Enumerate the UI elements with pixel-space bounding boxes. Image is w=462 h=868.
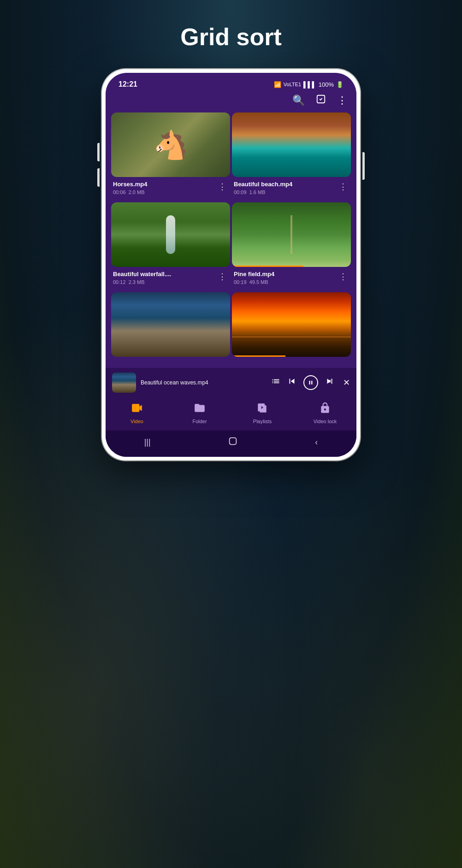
nav-label-playlists: Playlists [253,419,272,424]
status-bar: 12:21 📶 VoLTE1 ▌▌▌ 100% 🔋 [106,73,356,92]
video-info: Beautiful waterfall.... 00:12 2.3 MB ⋮ [111,267,230,290]
battery-text: 100% [319,81,334,88]
video-details: 00:06 2.0 MB [113,189,216,195]
power-button[interactable] [362,152,365,180]
prev-track-icon[interactable] [287,376,297,389]
volume-up-button[interactable] [97,143,100,161]
recents-nav-icon[interactable]: ||| [144,437,151,447]
video-thumbnail[interactable] [111,292,230,357]
video-details: 00:19 49.5 MB [234,279,337,285]
video-name: Pine field.mp4 [234,271,337,278]
video-meta: Horses.mp4 00:06 2.0 MB [113,181,216,195]
nav-label-folder: Folder [192,419,207,424]
video-thumbnail[interactable] [111,112,230,177]
video-thumbnail[interactable] [232,202,351,267]
signal-text: VoLTE1 [284,82,301,87]
video-more-icon[interactable]: ⋮ [216,181,228,193]
folder-nav-icon [194,402,206,417]
list-item: Horses.mp4 00:06 2.0 MB ⋮ [111,112,230,201]
nav-item-folder[interactable]: Folder [186,402,213,424]
nav-item-video-lock[interactable]: Video lock [311,402,339,424]
action-bar: 🔍 ⋮ [106,92,356,112]
video-details: 00:09 1.6 MB [234,189,337,195]
video-meta: Pine field.mp4 00:19 49.5 MB [234,271,337,285]
playlist-queue-icon[interactable] [271,377,280,388]
nav-item-playlists[interactable]: Playlists [249,402,276,424]
video-more-icon[interactable]: ⋮ [337,271,349,283]
list-item [111,292,230,366]
now-playing-controls: ✕ [271,375,350,390]
list-item: Beautiful waterfall.... 00:12 2.3 MB ⋮ [111,202,230,290]
video-more-icon[interactable]: ⋮ [216,271,228,283]
video-progress-bar [232,355,285,357]
back-nav-icon[interactable]: ‹ [315,437,318,447]
playlists-nav-icon [256,402,268,417]
video-info: Horses.mp4 00:06 2.0 MB ⋮ [111,177,230,201]
check-select-icon[interactable] [316,94,326,107]
video-thumbnail[interactable] [111,202,230,267]
lock-nav-icon [319,402,331,417]
home-nav-icon[interactable] [228,436,238,449]
bottom-nav: Video Folder Playlists [106,397,356,431]
status-icons: 📶 VoLTE1 ▌▌▌ 100% 🔋 [274,81,344,88]
video-name: Beautiful waterfall.... [113,271,216,278]
video-grid: Horses.mp4 00:06 2.0 MB ⋮ Beautiful beac… [106,112,356,366]
close-icon[interactable]: ✕ [343,378,350,388]
battery-icon: 🔋 [336,81,344,88]
video-name: Beautiful beach.mp4 [234,181,337,189]
page-title: Grid sort [180,23,282,51]
video-thumbnail[interactable] [232,112,351,177]
pause-button[interactable] [303,375,318,390]
video-more-icon[interactable]: ⋮ [337,181,349,193]
nav-label-video: Video [130,419,143,424]
video-details: 00:12 2.3 MB [113,279,216,285]
signal-bars-icon: ▌▌▌ [303,81,316,88]
video-progress-bar [232,266,303,267]
now-playing-thumbnail [112,372,136,393]
phone-screen: 12:21 📶 VoLTE1 ▌▌▌ 100% 🔋 🔍 ⋮ [106,73,356,457]
system-nav-bar: ||| ‹ [106,431,356,457]
video-info: Pine field.mp4 00:19 49.5 MB ⋮ [232,267,351,290]
now-playing-bar: Beautiful ocean waves.mp4 [106,368,356,397]
video-name: Horses.mp4 [113,181,216,189]
now-playing-title: Beautiful ocean waves.mp4 [141,379,267,386]
nav-item-video[interactable]: Video [123,402,151,424]
search-icon[interactable]: 🔍 [292,94,305,106]
volume-down-button[interactable] [97,168,100,187]
video-thumbnail[interactable] [232,292,351,357]
list-item: Beautiful beach.mp4 00:09 1.6 MB ⋮ [232,112,351,201]
video-meta: Beautiful waterfall.... 00:12 2.3 MB [113,271,216,285]
status-time: 12:21 [118,80,137,89]
wifi-icon: 📶 [274,81,281,88]
next-track-icon[interactable] [325,376,335,389]
nav-label-video-lock: Video lock [314,419,337,424]
list-item: Pine field.mp4 00:19 49.5 MB ⋮ [232,202,351,290]
more-options-icon[interactable]: ⋮ [337,94,347,106]
video-nav-icon [131,402,143,417]
svg-rect-1 [132,404,139,412]
video-meta: Beautiful beach.mp4 00:09 1.6 MB [234,181,337,195]
video-info: Beautiful beach.mp4 00:09 1.6 MB ⋮ [232,177,351,201]
svg-rect-3 [230,437,237,444]
list-item [232,292,351,366]
phone-frame: 12:21 📶 VoLTE1 ▌▌▌ 100% 🔋 🔍 ⋮ [102,69,360,461]
